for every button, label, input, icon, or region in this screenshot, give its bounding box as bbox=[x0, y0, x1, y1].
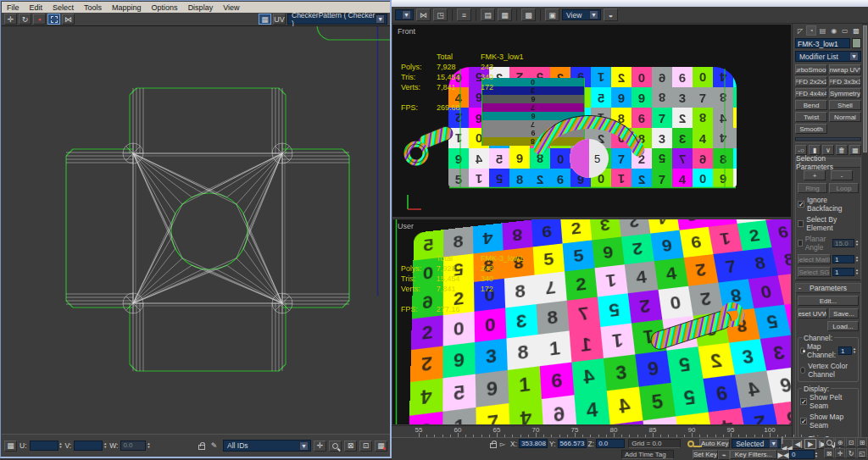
viewport-front[interactable]: Front TotalFMK-3_low1Polys:7,928243Tris:… bbox=[392, 24, 792, 218]
modifier-button-unwrap-uvw[interactable]: Unwrap UVW bbox=[829, 64, 861, 75]
modifier-button-ffd-3x3x3[interactable]: FFD 3x3x3 bbox=[829, 76, 861, 86]
grow-selection-button[interactable]: + bbox=[804, 170, 826, 180]
key-filters-button[interactable]: Key Filters... bbox=[730, 450, 777, 459]
menu-item-tools[interactable]: Tools bbox=[79, 3, 107, 12]
menu-item-display[interactable]: Display bbox=[183, 3, 219, 12]
object-name-field[interactable]: FMK-3_low1 bbox=[795, 38, 850, 48]
maximize-viewport-icon[interactable]: ◱ bbox=[857, 448, 867, 458]
zoom-icon[interactable] bbox=[329, 441, 342, 452]
modifier-button-ffd-4x4x4[interactable]: FFD 4x4x4 bbox=[795, 88, 827, 98]
uv-coords-icon[interactable]: UV bbox=[273, 14, 286, 25]
loop-button[interactable]: Loop bbox=[829, 183, 859, 193]
modifier-button-bend[interactable]: Bend bbox=[795, 100, 827, 110]
material-editor-icon[interactable]: ▩ bbox=[521, 8, 536, 21]
menu-item-mapping[interactable]: Mapping bbox=[107, 3, 147, 12]
zoom-extents-all-icon[interactable]: ⊞ bbox=[857, 437, 867, 447]
align-icon[interactable]: ◳ bbox=[433, 8, 448, 21]
viewport-user[interactable]: User 58489232486741220588556269126902620… bbox=[392, 219, 792, 425]
stack-item-unwrap-uvw[interactable]: −Unwrap UVW bbox=[796, 139, 860, 141]
panel-scrollbar-thumb[interactable] bbox=[863, 25, 867, 152]
show-pelt-seam-checkbox[interactable]: ✓ bbox=[800, 398, 807, 405]
ring-button[interactable]: Ring bbox=[798, 183, 827, 193]
spinner[interactable]: ▲▼ bbox=[855, 256, 859, 263]
prompt-add-time-tag[interactable]: Add Time Tag bbox=[621, 450, 674, 459]
absolute-mode-icon[interactable]: ▦ bbox=[4, 441, 17, 452]
matid-field[interactable]: 1 bbox=[832, 255, 854, 263]
sg-field[interactable]: 1 bbox=[832, 268, 854, 276]
spinner[interactable]: ▲▼ bbox=[853, 347, 856, 354]
show-map-seam-checkbox[interactable]: ✓ bbox=[800, 418, 807, 424]
panel-tab-modify[interactable]: ◔ bbox=[806, 25, 816, 36]
modifier-button-symmetry[interactable]: Symmetry bbox=[829, 88, 861, 98]
z-coordinate-field[interactable]: 0.0 bbox=[596, 439, 625, 448]
render-setup-icon[interactable]: ▣ bbox=[545, 8, 559, 21]
play-button[interactable]: ▶ bbox=[804, 439, 816, 449]
modifier-button-turbosmooth[interactable]: TurboSmooth bbox=[795, 64, 827, 75]
planar-angle-checkbox[interactable] bbox=[798, 240, 803, 247]
lock-selection-icon[interactable] bbox=[198, 445, 205, 450]
named-selection-dropdown[interactable]: ▼ bbox=[395, 9, 414, 20]
selection-lock-icon[interactable] bbox=[490, 443, 497, 448]
viewport-user-label[interactable]: User bbox=[398, 222, 414, 230]
set-key-button[interactable]: Set Key bbox=[693, 450, 718, 459]
modifier-button-shell[interactable]: Shell bbox=[829, 100, 861, 110]
current-frame-field[interactable]: 0 bbox=[789, 450, 815, 459]
planar-angle-field[interactable]: 15.0 bbox=[832, 239, 854, 247]
select-matid-button[interactable]: Select MatID bbox=[798, 254, 831, 264]
y-coordinate-field[interactable]: 566.573 bbox=[558, 439, 587, 448]
modifier-list-dropdown[interactable]: Modifier List ▼ bbox=[795, 51, 861, 62]
menu-item-options[interactable]: Options bbox=[147, 3, 183, 12]
panel-tab-hierarchy[interactable]: ▤ bbox=[817, 25, 827, 36]
spinner[interactable]: ▲▼ bbox=[59, 442, 63, 449]
scale-icon[interactable]: ▪ bbox=[33, 14, 46, 25]
modifier-button-smooth[interactable]: Smooth bbox=[795, 124, 827, 134]
modifier-button-ffd-2x2x2[interactable]: FFD 2x2x2 bbox=[795, 76, 827, 86]
ignore-backfacing-checkbox[interactable]: ✓ bbox=[798, 201, 804, 208]
select-sg-button[interactable]: Select SG bbox=[798, 267, 831, 277]
menu-item-view[interactable]: View bbox=[218, 3, 244, 12]
key-steps-icon[interactable]: ⌁ bbox=[718, 450, 730, 460]
pan-icon[interactable]: ✛ bbox=[835, 448, 845, 458]
move-icon[interactable]: ✛ bbox=[4, 14, 17, 25]
show-map-icon[interactable]: ▦ bbox=[259, 14, 271, 25]
material-id-dropdown[interactable]: All IDs ▼ bbox=[223, 440, 311, 452]
vertex-color-radio[interactable] bbox=[800, 367, 805, 374]
selection-set-dropdown[interactable]: Selected ▼ bbox=[732, 439, 781, 448]
zoom-extents-icon[interactable]: ⊡ bbox=[846, 437, 856, 447]
w-field[interactable]: 0.0 bbox=[120, 441, 146, 451]
spinner[interactable]: ▲▼ bbox=[103, 442, 107, 449]
pan-icon[interactable]: ✛ bbox=[314, 441, 326, 452]
shrink-selection-button[interactable]: - bbox=[831, 170, 853, 180]
panel-tab-utilities[interactable]: ▩ bbox=[851, 25, 861, 36]
zoom-extents-icon[interactable]: ⊡ bbox=[359, 441, 372, 452]
zoom-region-icon[interactable]: ⊠ bbox=[344, 441, 357, 452]
mirror-icon[interactable]: ⋈ bbox=[416, 8, 431, 21]
parameters-header[interactable]: - Parameters bbox=[796, 284, 860, 293]
arc-rotate-icon[interactable]: ↻ bbox=[846, 448, 856, 458]
key-mode-toggle-icon[interactable]: ▶◀ bbox=[777, 450, 789, 460]
previous-frame-button[interactable]: ◀| bbox=[793, 439, 804, 449]
paint-select-icon[interactable]: ✎ bbox=[208, 441, 220, 452]
uv-editor-canvas[interactable] bbox=[2, 26, 390, 434]
map-channel-field[interactable]: 1 bbox=[838, 346, 852, 355]
spinner[interactable]: ▲▼ bbox=[147, 442, 150, 449]
viewport-front-label[interactable]: Front bbox=[398, 27, 415, 36]
go-to-start-button[interactable]: |◀◀ bbox=[781, 439, 793, 449]
panel-tab-display[interactable]: ▭ bbox=[840, 25, 850, 36]
menu-item-file[interactable]: File bbox=[2, 3, 25, 12]
panel-tab-motion[interactable]: ◉ bbox=[829, 25, 839, 36]
region-zoom-icon[interactable]: ⊠ bbox=[824, 448, 834, 458]
select-manipulate-icon[interactable]: ▻ bbox=[497, 439, 509, 449]
panel-scrollbar[interactable] bbox=[862, 24, 868, 437]
modifier-button-twist[interactable]: Twist bbox=[795, 112, 827, 122]
layer-manager-icon[interactable]: ≡ bbox=[457, 8, 471, 21]
x-coordinate-field[interactable]: 353.808 bbox=[519, 439, 548, 448]
rotate-icon[interactable]: ↻ bbox=[19, 14, 31, 25]
spinner[interactable]: ▲▼ bbox=[855, 240, 859, 247]
save-uvws-button[interactable]: Save... bbox=[829, 308, 859, 319]
zoom-icon[interactable] bbox=[824, 437, 834, 447]
zoom-all-icon[interactable]: ⊕ bbox=[835, 437, 845, 447]
object-color-swatch[interactable] bbox=[852, 38, 861, 48]
edit-uvws-button[interactable]: Edit... bbox=[798, 296, 859, 306]
model-user-view[interactable]: 5848923248674122058855626912690262087214… bbox=[407, 219, 792, 425]
